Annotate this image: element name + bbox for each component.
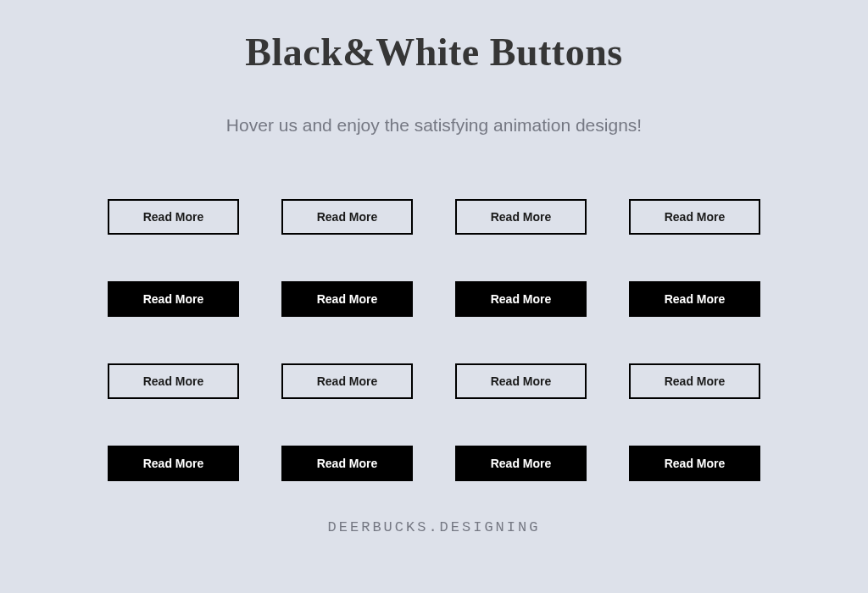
button-label: Read More <box>665 210 726 224</box>
button-label: Read More <box>143 457 204 470</box>
read-more-button[interactable]: Read More <box>281 199 413 235</box>
button-label: Read More <box>143 292 204 306</box>
read-more-button[interactable]: Read More <box>281 446 413 481</box>
button-label: Read More <box>317 374 378 388</box>
read-more-button[interactable]: Read More <box>455 281 587 317</box>
button-label: Read More <box>491 457 552 470</box>
read-more-button[interactable]: Read More <box>455 446 587 481</box>
button-label: Read More <box>491 374 552 388</box>
read-more-button[interactable]: Read More <box>108 281 239 317</box>
button-label: Read More <box>491 210 552 224</box>
read-more-button[interactable]: Read More <box>629 363 760 399</box>
read-more-button[interactable]: Read More <box>281 363 413 399</box>
button-label: Read More <box>665 374 726 388</box>
page-title: Black&White Buttons <box>245 30 622 75</box>
read-more-button[interactable]: Read More <box>108 199 239 235</box>
button-label: Read More <box>317 292 378 306</box>
button-label: Read More <box>143 210 204 224</box>
read-more-button[interactable]: Read More <box>108 446 239 481</box>
button-label: Read More <box>491 292 552 306</box>
page-subtitle: Hover us and enjoy the satisfying animat… <box>226 115 642 136</box>
read-more-button[interactable]: Read More <box>108 363 239 399</box>
button-label: Read More <box>665 457 726 470</box>
button-label: Read More <box>143 374 204 388</box>
read-more-button[interactable]: Read More <box>455 363 587 399</box>
button-label: Read More <box>317 210 378 224</box>
read-more-button[interactable]: Read More <box>281 281 413 317</box>
read-more-button[interactable]: Read More <box>629 446 760 481</box>
read-more-button[interactable]: Read More <box>455 199 587 235</box>
button-label: Read More <box>317 457 378 470</box>
read-more-button[interactable]: Read More <box>629 281 760 317</box>
button-grid: Read More Read More Read More Read More … <box>108 199 760 481</box>
footer-credit: DEERBUCKS.DESIGNING <box>328 519 541 535</box>
button-label: Read More <box>665 292 726 306</box>
read-more-button[interactable]: Read More <box>629 199 760 235</box>
